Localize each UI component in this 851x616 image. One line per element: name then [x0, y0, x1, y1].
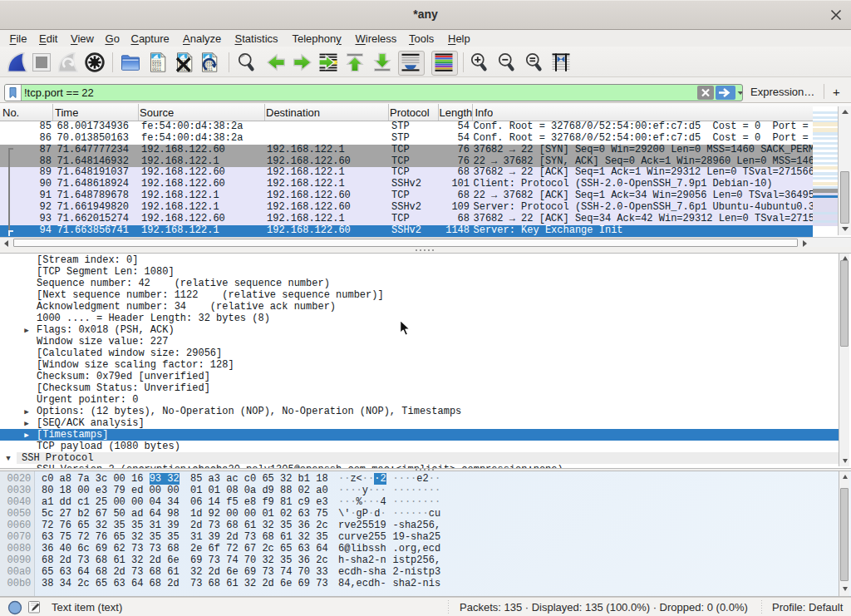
svg-text:0011: 0011 [152, 67, 161, 71]
